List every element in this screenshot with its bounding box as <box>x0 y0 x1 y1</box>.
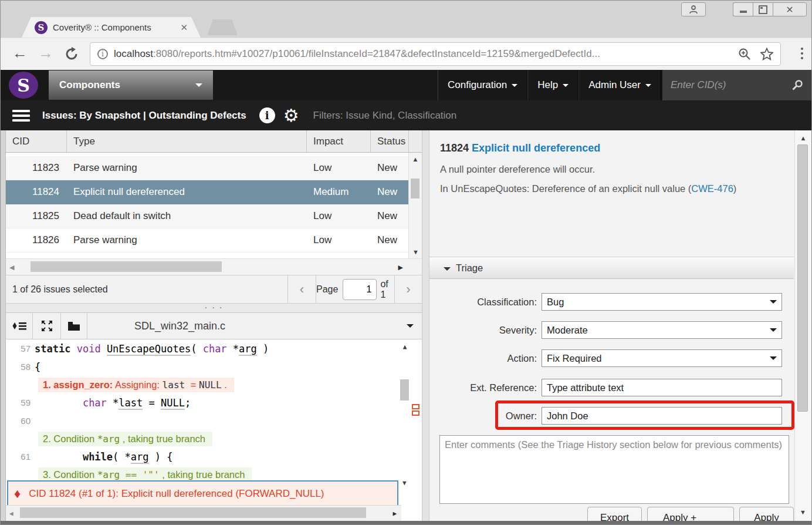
column-header-impact[interactable]: Impact <box>307 130 371 152</box>
scroll-left-icon[interactable]: ◀ <box>9 510 13 517</box>
filters-summary[interactable]: Filters: Issue Kind, Classification <box>313 110 457 122</box>
field-select[interactable]: Bug <box>542 293 782 311</box>
code-segment: *arg <box>97 433 120 445</box>
source-filename[interactable]: SDL_win32_main.c <box>134 320 407 332</box>
apply-button[interactable]: Apply <box>739 507 794 521</box>
prev-page-button[interactable]: ‹ <box>287 275 316 304</box>
panel-divider[interactable] <box>422 130 429 521</box>
tab-close-icon[interactable]: ✕ <box>180 22 188 33</box>
browser-menu-icon[interactable] <box>801 48 803 62</box>
code-vertical-scrollbar[interactable]: ▲ ▼ <box>398 339 411 506</box>
detail-vertical-scrollbar[interactable]: ▲ ▼ <box>794 130 811 521</box>
export-button[interactable]: Export <box>587 507 642 521</box>
issues-horizontal-scrollbar[interactable]: ◀ ▶ <box>6 258 422 275</box>
cwe-link[interactable]: CWE-476 <box>691 183 733 194</box>
browser-tab[interactable]: S Coverity® :: Components ✕ <box>22 17 201 38</box>
scroll-up-icon[interactable]: ▲ <box>409 156 422 163</box>
main-area: CID Type Impact Status 11823Parse warnin… <box>1 130 811 524</box>
pane-splitter[interactable]: · · · <box>6 303 422 313</box>
issues-vertical-scrollbar[interactable]: ▲ ▼ <box>408 153 422 258</box>
close-button[interactable]: ✕ <box>773 2 807 16</box>
column-header-type[interactable]: Type <box>67 130 307 152</box>
issue-row-11826[interactable]: 11826Parse warningLowNew <box>6 228 422 253</box>
scroll-down-icon[interactable]: ▼ <box>800 509 806 516</box>
forward-button[interactable]: → <box>38 44 53 62</box>
scroll-right-icon[interactable]: ▶ <box>393 510 397 517</box>
scrollbar-thumb[interactable] <box>411 179 419 198</box>
file-browser-button[interactable] <box>61 313 87 339</box>
scrollbar-thumb[interactable] <box>20 507 366 518</box>
column-header-status[interactable]: Status <box>371 130 409 152</box>
chevron-down-icon <box>770 356 777 360</box>
scroll-up-icon[interactable]: ▲ <box>398 343 411 351</box>
bookmark-star-icon[interactable] <box>760 48 773 60</box>
cid-search-placeholder: Enter CID(s) <box>671 79 791 91</box>
reload-button[interactable] <box>64 46 79 62</box>
issue-row-11825[interactable]: 11825Dead default in switchLowNew <box>6 204 422 228</box>
defect-marker-icon[interactable] <box>412 410 419 416</box>
scroll-right-icon[interactable]: ▶ <box>398 264 403 271</box>
triage-section-header[interactable]: Triage <box>429 257 794 279</box>
code-segment: 3. Condition <box>43 469 97 480</box>
minimize-button[interactable] <box>733 2 753 16</box>
issue-row-11824[interactable]: 11824Explicit null dereferencedMediumNew <box>6 180 422 204</box>
scroll-down-icon[interactable]: ▼ <box>412 248 419 255</box>
triage-field-classification: Classification:Bug <box>429 293 794 311</box>
cell-cid: 11824 <box>6 180 67 204</box>
page-info-icon[interactable]: i <box>97 49 108 59</box>
code-segment: arg <box>131 451 149 464</box>
comments-textarea[interactable] <box>439 435 789 504</box>
view-toolbar: Issues: By Snapshot | Outstanding Defect… <box>1 100 811 130</box>
menu-help[interactable]: Help <box>527 70 578 100</box>
issues-table-body: 11823Parse warningLowNew11824Explicit nu… <box>6 153 422 262</box>
show-events-button[interactable] <box>6 313 33 339</box>
field-select[interactable]: Moderate <box>542 321 782 339</box>
code-segment: ( * <box>113 451 131 463</box>
defect-marker-gutter <box>412 339 422 521</box>
browser-window: ✕ S Coverity® :: Components ✕ ← → i loca… <box>0 0 812 525</box>
page-number-input[interactable] <box>343 279 377 300</box>
profile-button[interactable] <box>681 2 706 16</box>
cid-search-box[interactable]: Enter CID(s) <box>662 70 811 100</box>
new-tab-button[interactable] <box>207 19 238 35</box>
column-header-cid[interactable]: CID <box>6 130 67 152</box>
file-dropdown-icon[interactable] <box>407 324 414 328</box>
search-icon[interactable] <box>791 79 803 91</box>
scroll-left-icon[interactable]: ◀ <box>9 264 14 271</box>
scrollbar-thumb[interactable] <box>400 379 409 401</box>
info-icon[interactable]: i <box>259 107 275 123</box>
url-toolbar: ← → i localhost:8080/reports.htm#v10027/… <box>1 38 811 70</box>
code-segment: UnEscapeQuotes <box>107 343 191 356</box>
coverity-favicon: S <box>35 21 48 34</box>
menu-label: Admin User <box>588 79 641 91</box>
field-select[interactable]: Fix Required <box>542 349 782 367</box>
location-text: In UnEscapeQuotes: Dereference of an exp… <box>440 183 691 194</box>
code-horizontal-scrollbar[interactable]: ◀ ▶ <box>6 505 401 521</box>
menu-admin-user[interactable]: Admin User <box>578 70 661 100</box>
scrollbar-thumb[interactable] <box>797 144 808 412</box>
field-value: Moderate <box>547 325 588 336</box>
back-button[interactable]: ← <box>12 44 28 62</box>
address-bar[interactable]: i localhost:8080/reports.htm#v10027/p100… <box>90 42 781 66</box>
gear-icon[interactable]: ⚙ <box>283 107 299 124</box>
menu-configuration[interactable]: Configuration <box>438 70 527 100</box>
defect-marker-icon[interactable] <box>412 404 419 409</box>
issue-row-11823[interactable]: 11823Parse warningLowNew <box>6 156 422 180</box>
components-menu-button[interactable]: Components <box>49 70 213 100</box>
apply-next-button[interactable]: Apply + Next <box>647 507 734 521</box>
scrollbar-thumb[interactable] <box>31 261 222 272</box>
coverity-logo[interactable]: S <box>9 72 38 99</box>
scroll-down-icon[interactable]: ▼ <box>402 479 407 487</box>
next-page-button[interactable]: › <box>394 275 422 304</box>
fullscreen-button[interactable] <box>33 313 61 339</box>
event-annotation-red[interactable]: 1. assign_zero: Assigning: last = NULL . <box>6 376 422 393</box>
scroll-up-icon[interactable]: ▲ <box>795 134 811 142</box>
page-of-label: of 1 <box>380 279 394 300</box>
event-annotation-green[interactable]: 2. Condition *arg , taking true branch <box>6 430 422 447</box>
zoom-icon[interactable] <box>738 48 751 60</box>
field-input[interactable]: Type attribute text <box>542 379 782 396</box>
defect-title-link[interactable]: Explicit null dereferenced <box>472 142 600 154</box>
url-text: localhost:8080/reports.htm#v10027/p10061… <box>114 48 738 60</box>
hamburger-menu-icon[interactable] <box>12 107 30 124</box>
maximize-button[interactable] <box>753 2 773 16</box>
